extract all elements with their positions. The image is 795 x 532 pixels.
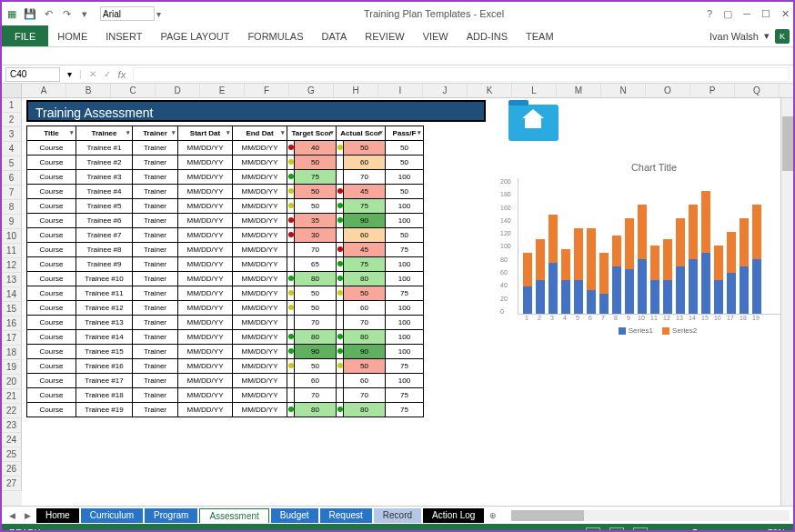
actual-cell[interactable]: 45	[344, 243, 386, 257]
zoom-level[interactable]: 70%	[768, 528, 786, 533]
table-cell[interactable]: Trainee #6	[76, 214, 133, 228]
row-header[interactable]: 15	[2, 302, 22, 316]
zoom-out-icon[interactable]: −	[657, 528, 662, 533]
pass-cell[interactable]: 75	[386, 243, 424, 257]
table-cell[interactable]: MM/DD/YY	[178, 141, 233, 156]
tab-nav-prev-icon[interactable]: ◀	[5, 511, 19, 520]
row-header[interactable]: 25	[2, 447, 22, 462]
row-header[interactable]: 17	[2, 331, 22, 346]
target-cell[interactable]: 50	[295, 359, 337, 374]
table-cell[interactable]: Trainee #9	[76, 257, 133, 272]
col-header[interactable]: A	[22, 84, 66, 97]
target-cell[interactable]: 50	[295, 286, 337, 301]
table-cell[interactable]: Course	[27, 272, 76, 286]
maximize-icon[interactable]: ☐	[761, 8, 770, 20]
target-cell[interactable]: 50	[295, 156, 337, 170]
table-cell[interactable]: Trainer	[133, 228, 178, 243]
actual-cell[interactable]: 50	[344, 359, 386, 374]
target-cell[interactable]: 70	[295, 243, 337, 257]
row-header[interactable]: 13	[2, 273, 22, 287]
row-header[interactable]: 4	[2, 142, 22, 156]
pass-cell[interactable]: 100	[386, 301, 424, 316]
table-cell[interactable]: MM/DD/YY	[233, 388, 287, 403]
pass-cell[interactable]: 75	[386, 388, 424, 403]
row-header[interactable]: 20	[2, 375, 22, 389]
table-cell[interactable]: MM/DD/YY	[233, 156, 287, 170]
table-cell[interactable]: Course	[27, 316, 76, 330]
table-cell[interactable]: Trainer	[133, 141, 178, 156]
enter-icon[interactable]: ✓	[104, 69, 111, 79]
target-cell[interactable]: 70	[295, 388, 337, 403]
target-cell[interactable]: 80	[295, 330, 337, 345]
col-header[interactable]: B	[66, 84, 111, 97]
actual-cell[interactable]: 50	[344, 286, 386, 301]
pass-cell[interactable]: 50	[386, 141, 424, 156]
page-layout-view-icon[interactable]	[609, 527, 624, 532]
pass-cell[interactable]: 100	[386, 345, 424, 359]
fx-icon[interactable]: fx	[118, 69, 126, 80]
table-cell[interactable]: Trainee #4	[76, 185, 133, 199]
ribbon-tab-view[interactable]: VIEW	[414, 25, 458, 46]
table-cell[interactable]: Trainer	[133, 272, 178, 286]
name-box-dropdown-icon[interactable]: ▾	[67, 69, 72, 79]
col-header[interactable]: I	[378, 84, 423, 97]
new-sheet-icon[interactable]: ⊕	[486, 511, 500, 520]
col-header[interactable]: N	[601, 84, 646, 97]
row-header[interactable]: 9	[2, 215, 22, 229]
table-cell[interactable]: MM/DD/YY	[233, 257, 287, 272]
row-header[interactable]: 11	[2, 244, 22, 258]
table-cell[interactable]: Trainee #18	[76, 388, 133, 403]
pass-cell[interactable]: 100	[386, 214, 424, 228]
actual-cell[interactable]: 60	[344, 374, 386, 388]
table-header[interactable]: Title	[27, 126, 76, 141]
table-cell[interactable]: MM/DD/YY	[178, 388, 233, 403]
table-cell[interactable]: Trainee #17	[76, 374, 133, 388]
target-cell[interactable]: 70	[295, 316, 337, 330]
sheet-tab-assessment[interactable]: Assessment	[199, 508, 268, 523]
file-tab[interactable]: FILE	[2, 25, 48, 46]
table-cell[interactable]: Trainer	[133, 345, 178, 359]
table-cell[interactable]: MM/DD/YY	[178, 286, 233, 301]
row-header[interactable]: 19	[2, 360, 22, 375]
table-cell[interactable]: Trainer	[133, 316, 178, 330]
table-cell[interactable]: Trainee #16	[76, 359, 133, 374]
macro-record-icon[interactable]: ▢	[51, 528, 59, 533]
table-cell[interactable]: Trainee #2	[76, 156, 133, 170]
table-cell[interactable]: Course	[27, 359, 76, 374]
table-header[interactable]: Actual Scor	[337, 126, 386, 141]
actual-cell[interactable]: 60	[344, 228, 386, 243]
table-cell[interactable]: Trainee #12	[76, 301, 133, 316]
table-cell[interactable]: MM/DD/YY	[233, 403, 287, 417]
table-cell[interactable]: Course	[27, 330, 76, 345]
table-cell[interactable]: Trainee #10	[76, 272, 133, 286]
table-cell[interactable]: MM/DD/YY	[233, 301, 287, 316]
actual-cell[interactable]: 75	[344, 257, 386, 272]
col-header[interactable]: E	[200, 84, 245, 97]
table-cell[interactable]: MM/DD/YY	[233, 272, 287, 286]
actual-cell[interactable]: 60	[344, 301, 386, 316]
col-header[interactable]: H	[334, 84, 378, 97]
sheet-tab-request[interactable]: Request	[320, 508, 372, 523]
ribbon-tab-team[interactable]: TEAM	[517, 25, 563, 46]
row-header[interactable]: 5	[2, 156, 22, 171]
pass-cell[interactable]: 100	[386, 170, 424, 185]
qat-dropdown-icon[interactable]: ▾	[78, 7, 91, 20]
table-cell[interactable]: Trainee #11	[76, 286, 133, 301]
table-cell[interactable]: MM/DD/YY	[178, 243, 233, 257]
table-cell[interactable]: Trainee #15	[76, 345, 133, 359]
user-name[interactable]: Ivan Walsh	[709, 31, 759, 42]
tab-nav-next-icon[interactable]: ▶	[21, 511, 35, 520]
table-cell[interactable]: MM/DD/YY	[233, 345, 287, 359]
table-cell[interactable]: MM/DD/YY	[233, 243, 287, 257]
actual-cell[interactable]: 70	[344, 388, 386, 403]
table-header[interactable]: Trainer	[133, 126, 178, 141]
table-header[interactable]: Trainee	[76, 126, 133, 141]
table-cell[interactable]: MM/DD/YY	[178, 214, 233, 228]
table-cell[interactable]: Course	[27, 403, 76, 417]
table-cell[interactable]: Course	[27, 243, 76, 257]
ribbon-tab-formulas[interactable]: FORMULAS	[238, 25, 312, 46]
user-badge[interactable]: K	[775, 29, 790, 44]
table-cell[interactable]: MM/DD/YY	[178, 359, 233, 374]
table-cell[interactable]: MM/DD/YY	[233, 214, 287, 228]
table-cell[interactable]: Course	[27, 199, 76, 214]
